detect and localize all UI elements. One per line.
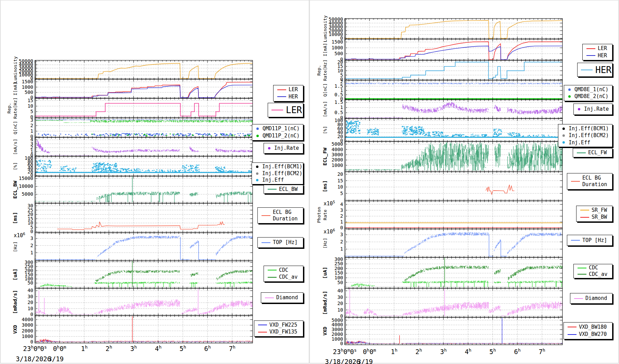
legend-item: TOP [Hz]	[568, 237, 611, 244]
legend-item: TOP [Hz]	[258, 239, 302, 246]
legend-qmd-charge: QMD8E_1(nC)QMD8E_2(nC)	[564, 85, 612, 101]
date-label-day1: 3/18/2026	[16, 355, 51, 363]
legend-ecl-fw: ECL_FW	[573, 148, 612, 157]
svg-text:30: 30	[337, 294, 343, 300]
svg-text:[%]: [%]	[13, 162, 18, 170]
legend-top-rate: TOP [Hz]	[567, 235, 612, 246]
svg-text:1500: 1500	[331, 39, 343, 45]
svg-text:[mRad/s]: [mRad/s]	[12, 290, 18, 314]
svg-text:I[mA]: I[mA]	[13, 82, 18, 95]
legend-item-label: Inj.Eff(BCM2)	[262, 170, 302, 177]
svg-text:30: 30	[27, 294, 33, 299]
legend-item: Inj.Rate	[574, 106, 611, 112]
legend-item: LER	[274, 86, 302, 93]
legend-item-label: Diamond	[276, 294, 298, 301]
legend-item-label: SR_BW	[592, 214, 607, 220]
svg-text:23h0m0s: 23h0m0s	[23, 344, 47, 352]
legend-item: HER	[274, 94, 302, 100]
series-dot-marker	[562, 134, 565, 137]
series-line-marker	[586, 55, 595, 56]
svg-text:[%]: [%]	[323, 126, 328, 134]
svg-text:20: 20	[27, 300, 33, 305]
panel-injrate-right-window: 1.510.50[mA/s]	[323, 99, 562, 120]
legend-item: VXD_BW270	[565, 331, 611, 338]
svg-text:15000: 15000	[19, 175, 33, 181]
legend-ecl-bw: ECL_BW	[264, 185, 303, 194]
legend-item-label: ECL BG Duration	[582, 175, 607, 188]
legend-item: Diamond	[571, 295, 611, 302]
svg-text:40: 40	[337, 288, 343, 293]
svg-text:20: 20	[337, 171, 343, 177]
series-dot-marker	[256, 166, 258, 168]
panel-reprate-right-window: 20151050Rep.Rate[Hz]	[316, 59, 562, 82]
svg-text:1: 1	[340, 246, 343, 252]
svg-text:x106: x106	[14, 232, 25, 239]
series-line-marker	[277, 96, 286, 97]
series-line-marker	[581, 70, 593, 70]
panel-charge-right-window: 21.510.50Q[nC]	[323, 79, 562, 101]
legend-beam-currents: LERHER	[273, 85, 303, 101]
series-line-marker	[578, 274, 586, 275]
svg-text:Rate[Hz]: Rate[Hz]	[323, 60, 328, 81]
legend-inj-rate: Inj.Rate	[573, 104, 612, 115]
legend-item: CDC	[265, 267, 302, 274]
svg-text:10: 10	[27, 306, 33, 311]
svg-text:2h: 2h	[106, 344, 112, 352]
series-line-marker	[586, 48, 595, 49]
svg-text:Luminosity: Luminosity	[323, 15, 328, 42]
svg-text:1: 1	[340, 105, 343, 110]
svg-text:1000: 1000	[22, 84, 33, 90]
svg-text:[Hz]: [Hz]	[13, 241, 18, 252]
panel-luminosity-right-window: 50000400003000020000100000Luminosity	[323, 15, 562, 42]
legend-item-label: QMD8E_2(nC)	[574, 93, 608, 100]
series-line-marker	[268, 189, 277, 190]
legend-item-label: Inj.Rate	[584, 106, 609, 112]
series-dot-marker	[562, 128, 565, 130]
svg-text:15: 15	[337, 178, 343, 183]
svg-text:500: 500	[335, 51, 343, 56]
svg-text:3: 3	[31, 117, 33, 123]
legend-item: QMD11P_1(nC)	[253, 125, 302, 132]
panel-current-left-window: 150010005000I[mA]	[13, 79, 253, 100]
legend-item-label: CDC	[589, 265, 598, 271]
svg-text:1000: 1000	[22, 333, 33, 339]
svg-text:[uA]: [uA]	[12, 269, 18, 281]
panel-diamond-right-window: 403020100[mRad/s]	[322, 288, 562, 319]
panel-cdc-right-window: 30025020015010050[uA]	[322, 256, 562, 288]
svg-text:Rep.: Rep.	[7, 103, 12, 113]
legend-diamond: Diamond	[261, 292, 303, 303]
legend-item-label: VXD_BW180	[579, 324, 607, 330]
svg-text:1: 1	[31, 250, 33, 255]
svg-text:5000: 5000	[331, 141, 343, 147]
legend-item-label: ECL_FW	[588, 149, 607, 156]
svg-text:10: 10	[337, 184, 343, 190]
svg-text:1: 1	[31, 128, 33, 134]
svg-text:1h: 1h	[81, 344, 87, 352]
legend-top-rate: TOP [Hz]	[257, 237, 303, 248]
legend-item-label: Inj.Eff	[262, 177, 284, 183]
legend-item: SR_BW	[577, 214, 611, 220]
panel-ecl-left-window: 15000100005000ECL_BW	[12, 175, 253, 203]
svg-text:3000: 3000	[22, 322, 33, 328]
legend-cdc: CDCCDC_av	[573, 264, 612, 278]
series-line-marker	[574, 298, 583, 299]
legend-item-label: LER	[598, 45, 607, 52]
legend-item-label: Inj.Eff(BCM2)	[569, 132, 609, 139]
svg-text:0: 0	[340, 341, 343, 346]
panel-charge-left-window: 3210Q[nC]	[13, 117, 253, 139]
series-line-marker	[271, 110, 283, 110]
panel-eclbg-left-window: 302520151050[ms]	[12, 203, 253, 234]
legend-item: CDC_av	[265, 274, 302, 280]
svg-text:[ms]: [ms]	[12, 212, 18, 224]
svg-text:2000: 2000	[331, 157, 343, 162]
svg-text:23h0m0s: 23h0m0s	[333, 348, 356, 355]
svg-text:Photon: Photon	[316, 207, 321, 223]
svg-text:Rate: Rate	[323, 209, 328, 220]
svg-text:1000: 1000	[331, 45, 343, 50]
legend-vxd-fw: VXD_FW225VXD_FW135	[254, 320, 303, 337]
legend-item-label: HER	[598, 52, 607, 59]
series-dot-marker	[256, 179, 258, 181]
svg-text:0h0m: 0h0m	[363, 348, 376, 355]
svg-text:20: 20	[337, 301, 343, 306]
legend-item-label: VXD_BW270	[579, 331, 607, 338]
